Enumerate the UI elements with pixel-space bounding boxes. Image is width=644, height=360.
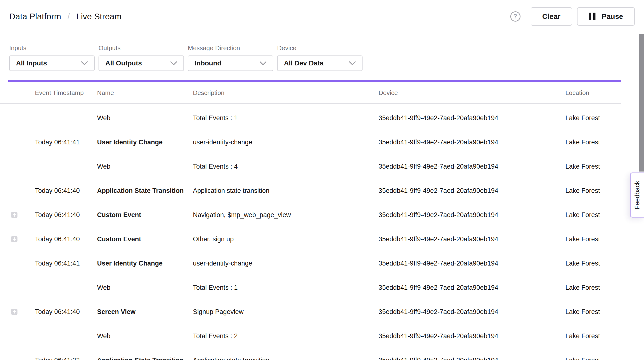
breadcrumb-current: Live Stream <box>76 12 122 21</box>
event-timestamp-cell: Today 06:41:22 <box>35 357 97 360</box>
filter-outputs: Outputs All Outputs <box>98 44 184 80</box>
filter-label: Inputs <box>9 44 95 52</box>
chevron-down-icon <box>170 61 177 65</box>
event-name-cell: Web <box>97 332 193 340</box>
filter-selected-value: All Inputs <box>16 59 47 67</box>
vertical-scrollbar-thumb[interactable] <box>639 34 644 172</box>
table-row[interactable]: Today 06:41:41 User Identity Change user… <box>0 251 621 275</box>
pause-icon <box>589 12 596 20</box>
table-row[interactable]: Web Total Events : 2 35eddb41-9ff9-49e2-… <box>0 324 621 348</box>
event-description-cell: Total Events : 1 <box>193 114 378 122</box>
feedback-tab[interactable]: Feedback <box>630 173 644 217</box>
filter-message-direction: Message Direction Inbound <box>188 44 273 80</box>
filter-device: Device All Dev Data <box>277 44 362 80</box>
toolbar: ? Clear Pause <box>510 7 635 26</box>
breadcrumb: Data Platform / Live Stream <box>9 11 122 21</box>
event-description-cell: Navigation, $mp_web_page_view <box>193 211 378 219</box>
event-location-cell: Lake Forest <box>566 357 621 360</box>
filter-outputs-dropdown[interactable]: All Outputs <box>98 55 184 71</box>
event-device-cell: 35eddb41-9ff9-49e2-7aed-20afa90eb194 <box>378 235 566 243</box>
event-name-cell: Custom Event <box>97 235 193 243</box>
top-bar: Data Platform / Live Stream ? Clear Paus… <box>0 0 644 33</box>
event-timestamp-cell: Today 06:41:40 <box>35 235 97 243</box>
event-location-cell: Lake Forest <box>566 139 621 146</box>
expand-row-button[interactable] <box>11 309 18 315</box>
filter-inputs-dropdown[interactable]: All Inputs <box>9 55 95 71</box>
event-location-cell: Lake Forest <box>566 308 621 316</box>
table-row[interactable]: Today 06:41:40 Custom Event Navigation, … <box>0 203 621 227</box>
event-device-cell: 35eddb41-9ff9-49e2-7aed-20afa90eb194 <box>378 308 566 316</box>
table-row[interactable]: Today 06:41:40 Screen View Signup Pagevi… <box>0 300 621 324</box>
help-icon[interactable]: ? <box>510 11 520 21</box>
live-stream-indicator <box>8 80 621 82</box>
event-description-cell: Total Events : 1 <box>193 284 378 291</box>
event-device-cell: 35eddb41-9ff9-49e2-7aed-20afa90eb194 <box>378 357 566 360</box>
table-row[interactable]: Web Total Events : 1 35eddb41-9ff9-49e2-… <box>0 275 621 300</box>
event-description-cell: Signup Pageview <box>193 308 378 316</box>
breadcrumb-parent[interactable]: Data Platform <box>9 12 61 21</box>
event-description-cell: user-identity-change <box>193 260 378 267</box>
event-location-cell: Lake Forest <box>566 260 621 267</box>
filter-label: Message Direction <box>188 44 273 52</box>
clear-button[interactable]: Clear <box>531 7 572 26</box>
event-location-cell: Lake Forest <box>566 163 621 170</box>
pause-button[interactable]: Pause <box>577 7 635 26</box>
event-device-cell: 35eddb41-9ff9-49e2-7aed-20afa90eb194 <box>378 139 566 146</box>
pause-button-label: Pause <box>602 12 623 20</box>
event-location-cell: Lake Forest <box>566 211 621 219</box>
table-row[interactable]: Web Total Events : 4 35eddb41-9ff9-49e2-… <box>0 154 621 179</box>
feedback-tab-label: Feedback <box>634 181 641 209</box>
event-device-cell: 35eddb41-9ff9-49e2-7aed-20afa90eb194 <box>378 163 566 170</box>
event-description-cell: Total Events : 2 <box>193 332 378 340</box>
filter-selected-value: Inbound <box>194 59 221 67</box>
column-header-event-timestamp: Event Timestamp <box>35 89 97 97</box>
event-device-cell: 35eddb41-9ff9-49e2-7aed-20afa90eb194 <box>378 114 566 122</box>
filter-label: Outputs <box>98 44 184 52</box>
expand-row-button[interactable] <box>11 236 18 242</box>
filter-selected-value: All Dev Data <box>284 59 324 67</box>
event-timestamp-cell: Today 06:41:40 <box>35 308 97 316</box>
event-name-cell: User Identity Change <box>97 139 193 146</box>
event-description-cell: user-identity-change <box>193 139 378 146</box>
event-location-cell: Lake Forest <box>566 332 621 340</box>
column-header-location: Location <box>566 89 621 97</box>
event-description-cell: Total Events : 4 <box>193 163 378 170</box>
event-location-cell: Lake Forest <box>566 187 621 194</box>
event-location-cell: Lake Forest <box>566 284 621 291</box>
table-row[interactable]: Today 06:41:41 User Identity Change user… <box>0 130 621 154</box>
event-name-cell: Custom Event <box>97 211 193 219</box>
event-description-cell: Application state transition <box>193 187 378 194</box>
event-timestamp-cell: Today 06:41:41 <box>35 139 97 146</box>
event-device-cell: 35eddb41-9ff9-49e2-7aed-20afa90eb194 <box>378 284 566 291</box>
breadcrumb-separator: / <box>68 11 70 21</box>
filter-bar: Inputs All Inputs Outputs All Outputs Me… <box>0 33 644 80</box>
event-name-cell: Web <box>97 284 193 291</box>
event-device-cell: 35eddb41-9ff9-49e2-7aed-20afa90eb194 <box>378 187 566 194</box>
event-description-cell: Other, sign up <box>193 235 378 243</box>
event-timestamp-cell: Today 06:41:40 <box>35 211 97 219</box>
event-description-cell: Application state transition <box>193 357 378 360</box>
event-timestamp-cell: Today 06:41:40 <box>35 187 97 194</box>
event-device-cell: 35eddb41-9ff9-49e2-7aed-20afa90eb194 <box>378 211 566 219</box>
table-row[interactable]: Today 06:41:40 Application State Transit… <box>0 179 621 203</box>
filter-device-dropdown[interactable]: All Dev Data <box>277 55 362 71</box>
event-name-cell: Application State Transition <box>97 187 193 194</box>
event-timestamp-cell: Today 06:41:41 <box>35 260 97 267</box>
expand-row-button[interactable] <box>11 212 18 218</box>
event-name-cell: Screen View <box>97 308 193 316</box>
table-row[interactable]: Web Total Events : 1 35eddb41-9ff9-49e2-… <box>0 106 621 130</box>
table-row[interactable]: Today 06:41:40 Custom Event Other, sign … <box>0 227 621 251</box>
table-row[interactable]: Today 06:41:22 Application State Transit… <box>0 348 621 360</box>
event-device-cell: 35eddb41-9ff9-49e2-7aed-20afa90eb194 <box>378 260 566 267</box>
event-name-cell: Application State Transition <box>97 357 193 360</box>
event-location-cell: Lake Forest <box>566 114 621 122</box>
column-header-name: Name <box>97 89 193 97</box>
event-device-cell: 35eddb41-9ff9-49e2-7aed-20afa90eb194 <box>378 332 566 340</box>
column-header-device: Device <box>378 89 566 97</box>
filter-selected-value: All Outputs <box>105 59 142 67</box>
event-name-cell: User Identity Change <box>97 260 193 267</box>
event-list: Web Total Events : 1 35eddb41-9ff9-49e2-… <box>0 104 621 360</box>
event-location-cell: Lake Forest <box>566 235 621 243</box>
event-name-cell: Web <box>97 163 193 170</box>
filter-message-direction-dropdown[interactable]: Inbound <box>188 55 273 71</box>
